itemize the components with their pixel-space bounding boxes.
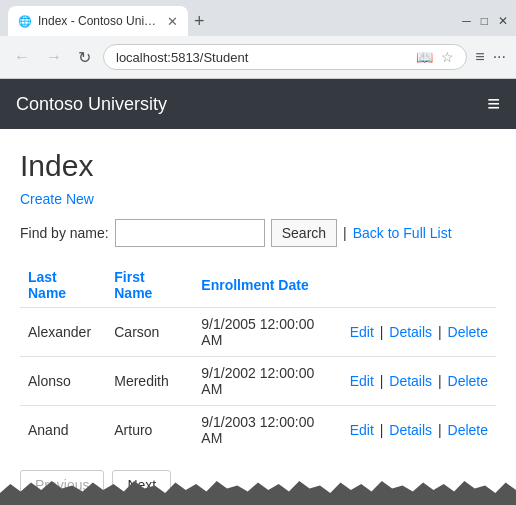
more-btn[interactable]: ··· xyxy=(493,48,506,66)
action-sep-1: | xyxy=(380,373,388,389)
action-sep-2: | xyxy=(438,324,446,340)
address-bar: ← → ↻ localhost:5813/Student 📖 ☆ ≡ ··· xyxy=(0,36,516,78)
edit-link[interactable]: Edit xyxy=(350,422,374,438)
table-row: Anand Arturo 9/1/2003 12:00:00 AM Edit |… xyxy=(20,406,496,455)
cell-actions: Edit | Details | Delete xyxy=(342,308,496,357)
cell-enrollment-date: 9/1/2002 12:00:00 AM xyxy=(193,357,341,406)
minimize-btn[interactable]: ─ xyxy=(462,14,471,28)
action-sep-1: | xyxy=(380,422,388,438)
table-body: Alexander Carson 9/1/2005 12:00:00 AM Ed… xyxy=(20,308,496,455)
cell-actions: Edit | Details | Delete xyxy=(342,357,496,406)
delete-link[interactable]: Delete xyxy=(448,373,488,389)
details-link[interactable]: Details xyxy=(389,422,432,438)
active-tab: 🌐 Index - Contoso Univers... ✕ xyxy=(8,6,188,36)
cell-enrollment-date: 9/1/2005 12:00:00 AM xyxy=(193,308,341,357)
tab-bar: 🌐 Index - Contoso Univers... ✕ + ─ □ ✕ xyxy=(0,0,516,36)
table-row: Alonso Meredith 9/1/2002 12:00:00 AM Edi… xyxy=(20,357,496,406)
edit-link[interactable]: Edit xyxy=(350,324,374,340)
separator: | xyxy=(343,225,347,241)
cell-first-name: Carson xyxy=(106,308,193,357)
search-btn[interactable]: Search xyxy=(271,219,337,247)
delete-link[interactable]: Delete xyxy=(448,422,488,438)
browser-chrome: 🌐 Index - Contoso Univers... ✕ + ─ □ ✕ ←… xyxy=(0,0,516,79)
bookmark-icon: ☆ xyxy=(441,49,454,65)
new-tab-btn[interactable]: + xyxy=(194,12,205,30)
window-controls: ─ □ ✕ xyxy=(462,14,508,28)
maximize-btn[interactable]: □ xyxy=(481,14,488,28)
cell-last-name: Anand xyxy=(20,406,106,455)
app-title: Contoso University xyxy=(16,94,167,115)
details-link[interactable]: Details xyxy=(389,324,432,340)
table-header: Last Name First Name Enrollment Date xyxy=(20,263,496,308)
back-btn[interactable]: ← xyxy=(10,46,34,68)
close-btn[interactable]: ✕ xyxy=(498,14,508,28)
page-content: Index Create New Find by name: Search | … xyxy=(0,129,516,505)
url-text: localhost:5813/Student xyxy=(116,50,408,65)
app-header: Contoso University ≡ xyxy=(0,79,516,129)
bottom-decoration xyxy=(0,475,516,505)
reader-icon: 📖 xyxy=(416,49,433,65)
edit-link[interactable]: Edit xyxy=(350,373,374,389)
tab-close-btn[interactable]: ✕ xyxy=(167,14,178,29)
create-new-link[interactable]: Create New xyxy=(20,191,94,207)
tab-favicon: 🌐 xyxy=(18,15,32,28)
page-heading: Index xyxy=(20,149,496,183)
back-to-full-list-link[interactable]: Back to Full List xyxy=(353,225,452,241)
students-table: Last Name First Name Enrollment Date Ale… xyxy=(20,263,496,454)
action-sep-2: | xyxy=(438,422,446,438)
action-sep-1: | xyxy=(380,324,388,340)
details-link[interactable]: Details xyxy=(389,373,432,389)
search-input[interactable] xyxy=(115,219,265,247)
jagged-bottom xyxy=(0,475,516,505)
cell-last-name: Alonso xyxy=(20,357,106,406)
delete-link[interactable]: Delete xyxy=(448,324,488,340)
cell-first-name: Arturo xyxy=(106,406,193,455)
refresh-btn[interactable]: ↻ xyxy=(74,46,95,69)
col-last-name[interactable]: Last Name xyxy=(20,263,106,308)
menu-btn[interactable]: ≡ xyxy=(475,48,484,66)
col-actions xyxy=(342,263,496,308)
col-first-name[interactable]: First Name xyxy=(106,263,193,308)
col-enrollment-date[interactable]: Enrollment Date xyxy=(193,263,341,308)
action-sep-2: | xyxy=(438,373,446,389)
forward-btn[interactable]: → xyxy=(42,46,66,68)
tab-title: Index - Contoso Univers... xyxy=(38,14,157,28)
hamburger-icon[interactable]: ≡ xyxy=(487,91,500,117)
cell-last-name: Alexander xyxy=(20,308,106,357)
cell-first-name: Meredith xyxy=(106,357,193,406)
cell-actions: Edit | Details | Delete xyxy=(342,406,496,455)
find-by-name-label: Find by name: xyxy=(20,225,109,241)
cell-enrollment-date: 9/1/2003 12:00:00 AM xyxy=(193,406,341,455)
table-row: Alexander Carson 9/1/2005 12:00:00 AM Ed… xyxy=(20,308,496,357)
search-bar: Find by name: Search | Back to Full List xyxy=(20,219,496,247)
url-bar[interactable]: localhost:5813/Student 📖 ☆ xyxy=(103,44,467,70)
